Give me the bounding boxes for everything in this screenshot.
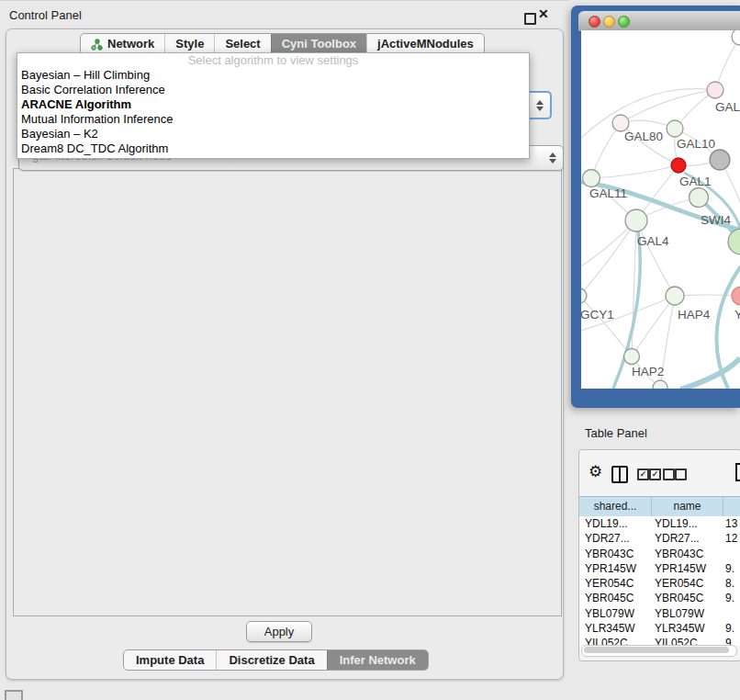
cell[interactable]: YBR045C: [579, 591, 651, 605]
cell[interactable]: YLR345W: [651, 621, 722, 636]
cell[interactable]: 9.: [722, 621, 740, 636]
table-row[interactable]: YDR27...YDR27...12: [579, 531, 740, 546]
cell[interactable]: YIL052C: [579, 636, 651, 645]
node-label: GAL1: [679, 175, 712, 188]
tab-infer-network[interactable]: Infer Network: [327, 650, 428, 670]
column-header-shared[interactable]: shared...: [579, 497, 651, 516]
columns-icon[interactable]: [611, 466, 628, 483]
gear-icon[interactable]: ⚙: [589, 462, 602, 481]
cell[interactable]: YBL079W: [651, 606, 722, 621]
cell[interactable]: YIL052C: [651, 636, 722, 645]
control-panel-titlebar: Control Panel ✕: [0, 0, 569, 28]
cell[interactable]: 8.: [722, 576, 740, 591]
table-row[interactable]: YBL079WYBL079W: [579, 606, 740, 621]
algorithm-dropdown-popup: Select algorithm to view settings Bayesi…: [17, 52, 530, 159]
deselect-all-checkbox-icon[interactable]: [663, 469, 675, 480]
table-hscrollbar[interactable]: [581, 645, 737, 657]
network-node[interactable]: [728, 229, 740, 254]
network-node-hap2[interactable]: [624, 349, 640, 365]
network-node[interactable]: [732, 30, 740, 45]
network-node-gcy1[interactable]: [581, 288, 587, 303]
cell[interactable]: 9.: [722, 636, 740, 645]
table-row[interactable]: YBR043CYBR043C: [579, 547, 740, 561]
tab-label: Select: [225, 34, 260, 54]
network-node-selected-red[interactable]: [671, 158, 686, 173]
network-icon: [91, 39, 103, 51]
cell[interactable]: YER054C: [651, 576, 722, 591]
table-hscrollbar-thumb[interactable]: [584, 647, 729, 653]
dropdown-item[interactable]: Mutual Information Inference: [17, 112, 529, 127]
network-node-hap4[interactable]: [666, 287, 684, 305]
select-all-checkbox-icon[interactable]: ✓: [637, 469, 649, 480]
network-node-swi4[interactable]: [690, 188, 709, 208]
network-node-gal10[interactable]: [667, 120, 683, 137]
tab-select[interactable]: Select: [214, 34, 270, 54]
zoom-traffic-light[interactable]: [618, 16, 630, 28]
cut-off-toolbar-icon[interactable]: [735, 463, 740, 481]
network-node[interactable]: [732, 287, 740, 305]
cell[interactable]: 9.: [722, 591, 740, 605]
dropdown-item[interactable]: Bayesian – K2: [17, 127, 529, 141]
settings-scrollpane: [13, 168, 562, 616]
node-label: GAL4: [637, 234, 669, 248]
deselect-all-checkbox-icon[interactable]: [675, 469, 687, 480]
tab-label: Style: [175, 34, 204, 54]
close-traffic-light[interactable]: [589, 16, 600, 28]
table-row[interactable]: YDL19...YDL19...13: [579, 516, 740, 531]
cyni-mode-tabs: Impute Data Discretize Data Infer Networ…: [123, 649, 429, 671]
network-node[interactable]: [707, 82, 723, 98]
cell[interactable]: YDL19...: [579, 516, 651, 531]
tab-discretize-data[interactable]: Discretize Data: [216, 650, 326, 670]
screen: Control Panel ✕ Network Style Select Cyn…: [0, 0, 740, 700]
cell[interactable]: YBR043C: [651, 547, 722, 561]
network-canvas[interactable]: GAL GAL80 GAL10 GAL1 GAL11 SWI4 GAL4 GCY…: [581, 30, 740, 389]
close-icon[interactable]: ✕: [538, 6, 549, 21]
node-label: GAL11: [589, 186, 627, 200]
table-row[interactable]: YER054CYER054C8.: [579, 576, 740, 591]
table-row[interactable]: YPR145WYPR145W9.: [579, 561, 740, 576]
network-node[interactable]: [710, 150, 730, 170]
cell[interactable]: YLR345W: [579, 621, 651, 636]
tab-impute-data[interactable]: Impute Data: [124, 650, 216, 670]
network-node-gal11[interactable]: [583, 170, 600, 187]
column-header-name[interactable]: name: [651, 497, 723, 516]
cell[interactable]: YBR045C: [651, 591, 722, 605]
minimized-panel-icon[interactable]: [5, 690, 23, 700]
table-row[interactable]: YBR045CYBR045C9.: [579, 591, 740, 605]
cell[interactable]: YDL19...: [651, 516, 722, 531]
network-node-gal4[interactable]: [625, 209, 647, 231]
network-node[interactable]: [653, 380, 667, 389]
table-body: YDL19...YDL19...13 YDR27...YDR27...12 YB…: [579, 516, 740, 645]
network-edges-highlighted: [581, 173, 740, 389]
cell[interactable]: YPR145W: [651, 561, 722, 576]
dropdown-item-selected[interactable]: ARACNE Algorithm: [17, 97, 529, 112]
cell[interactable]: YDR27...: [651, 531, 722, 546]
cell[interactable]: YER054C: [579, 576, 651, 591]
cell[interactable]: 12: [722, 531, 740, 546]
cell[interactable]: YDR27...: [579, 531, 651, 546]
cell[interactable]: YBR043C: [579, 547, 651, 561]
table-row[interactable]: YIL052CYIL052C9.: [579, 636, 740, 645]
tab-network[interactable]: Network: [81, 34, 164, 54]
cell[interactable]: YBL079W: [579, 606, 651, 621]
dropdown-item[interactable]: Bayesian – Hill Climbing: [17, 68, 529, 83]
select-all-checkbox-icon[interactable]: ✓: [649, 469, 661, 480]
dropdown-item[interactable]: Basic Correlation Inference: [17, 83, 529, 97]
minimize-traffic-light[interactable]: [603, 16, 615, 28]
dropdown-placeholder: Select algorithm to view settings: [17, 53, 529, 68]
cell[interactable]: YPR145W: [579, 561, 651, 576]
dropdown-item[interactable]: Dream8 DC_TDC Algorithm: [17, 141, 529, 156]
column-header-cutoff[interactable]: [723, 497, 740, 516]
cell[interactable]: [722, 547, 740, 561]
apply-button[interactable]: Apply: [246, 621, 312, 642]
cell[interactable]: 9.: [722, 561, 740, 576]
tab-jactivemnodules[interactable]: jActiveMNodules: [366, 34, 484, 54]
float-window-icon[interactable]: [524, 13, 536, 25]
cell[interactable]: [722, 606, 740, 621]
cell[interactable]: 13: [722, 516, 740, 531]
tab-style[interactable]: Style: [164, 34, 214, 54]
table-row[interactable]: YLR345WYLR345W9.: [579, 621, 740, 636]
tab-cyni-toolbox[interactable]: Cyni Toolbox: [271, 34, 366, 54]
node-label: HAP2: [632, 365, 664, 378]
network-window-titlebar[interactable]: [578, 11, 740, 31]
